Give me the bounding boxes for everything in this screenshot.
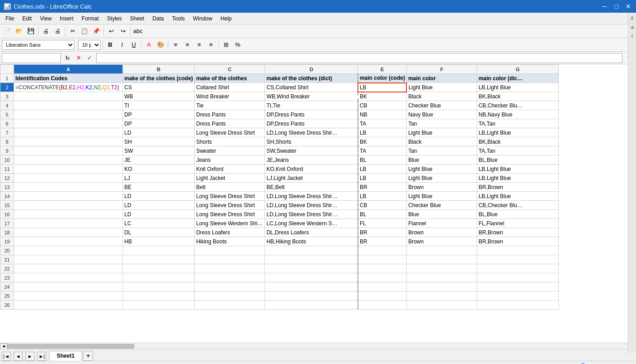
menu-item-data[interactable]: Data — [149, 15, 167, 23]
cell-r11c1[interactable] — [14, 165, 123, 174]
menu-item-view[interactable]: View — [36, 15, 55, 23]
row-header-17[interactable]: 17 — [0, 219, 14, 228]
scroll-left-button[interactable]: ◄ — [0, 343, 7, 349]
cell-r16c1[interactable] — [14, 210, 123, 219]
cell-r26c7[interactable] — [477, 301, 558, 310]
font-color-button[interactable]: A — [143, 39, 154, 50]
col-header-f[interactable]: F — [406, 65, 477, 74]
row-header-12[interactable]: 12 — [0, 174, 14, 183]
cell-r24c6[interactable] — [406, 282, 477, 291]
cell-r12c7[interactable]: LB,Light Blue — [477, 174, 558, 183]
bold-button[interactable]: B — [105, 39, 116, 50]
cell-r1c4[interactable]: make of the clothes (dict) — [265, 74, 358, 83]
cell-r4c3[interactable]: Tie — [195, 101, 265, 110]
cell-r20c7[interactable] — [477, 246, 558, 255]
cell-r1c5[interactable]: main color (code) — [358, 74, 407, 83]
open-button[interactable]: 📂 — [14, 26, 24, 37]
cell-r10c7[interactable]: BL,Blue — [477, 155, 558, 165]
cell-r24c1[interactable] — [14, 282, 123, 291]
cell-r4c4[interactable]: TI,Tie — [265, 101, 358, 110]
col-header-c[interactable]: C — [195, 65, 265, 74]
justify-button[interactable]: ≡ — [205, 39, 216, 50]
cell-r21c2[interactable] — [123, 255, 195, 264]
menu-item-tools[interactable]: Tools — [168, 15, 188, 23]
cell-r26c1[interactable] — [14, 301, 123, 310]
cell-r23c2[interactable] — [123, 273, 195, 282]
cell-r8c2[interactable]: SH — [123, 137, 195, 146]
row-header-21[interactable]: 21 — [0, 255, 14, 264]
cell-r21c4[interactable] — [265, 255, 358, 264]
cell-r25c4[interactable] — [265, 291, 358, 301]
cell-r22c4[interactable] — [265, 264, 358, 273]
cell-r3c5[interactable]: BK — [358, 92, 407, 101]
cell-r13c4[interactable]: BE,Belt — [265, 183, 358, 192]
formula-input[interactable]: =CONCATENATE(B2,E2,H2,K2,N2,Q2,T2) — [96, 53, 622, 63]
cell-r8c1[interactable] — [14, 137, 123, 146]
cell-r17c4[interactable]: LC,Long Sleeve Western S… — [265, 219, 358, 228]
cell-r6c6[interactable]: Tan — [406, 119, 477, 128]
cell-r20c1[interactable] — [14, 246, 123, 255]
cell-r22c7[interactable] — [477, 264, 558, 273]
cell-r10c2[interactable]: JE — [123, 155, 195, 165]
cell-r15c3[interactable]: Long Sleeve Dress Shirt — [195, 201, 265, 210]
cell-r13c6[interactable]: Brown — [406, 183, 477, 192]
cell-r17c1[interactable] — [14, 219, 123, 228]
cell-r13c5[interactable]: BR — [358, 183, 407, 192]
percent-button[interactable]: % — [232, 39, 243, 50]
cell-r3c6[interactable]: Black — [406, 92, 477, 101]
cell-r10c4[interactable]: JE,Jeans — [265, 155, 358, 165]
cell-r1c6[interactable]: main color — [406, 74, 477, 83]
cell-r12c1[interactable] — [14, 174, 123, 183]
cell-r8c6[interactable]: Black — [406, 137, 477, 146]
cell-r19c5[interactable]: BR — [358, 237, 407, 246]
cell-r3c2[interactable]: WB — [123, 92, 195, 101]
cell-r18c7[interactable]: BR,Brown — [477, 228, 558, 237]
row-header-20[interactable]: 20 — [0, 246, 14, 255]
cell-r18c5[interactable]: BR — [358, 228, 407, 237]
function-wizard-button[interactable]: fx — [63, 53, 73, 63]
cell-r9c6[interactable]: Tan — [406, 146, 477, 155]
cell-r17c2[interactable]: LC — [123, 219, 195, 228]
cell-r6c1[interactable] — [14, 119, 123, 128]
titlebar-controls[interactable]: ─ □ ✕ — [601, 2, 632, 10]
minimize-button[interactable]: ─ — [601, 2, 609, 10]
cell-r15c2[interactable]: LD — [123, 201, 195, 210]
sidebar-styles-button[interactable]: A — [629, 15, 636, 22]
cell-r7c6[interactable]: Light Blue — [406, 128, 477, 137]
cell-r25c5[interactable] — [358, 291, 407, 301]
save-button[interactable]: 💾 — [25, 26, 36, 37]
cell-r4c6[interactable]: Checker Blue — [406, 101, 477, 110]
row-header-25[interactable]: 25 — [0, 291, 14, 301]
menu-item-insert[interactable]: Insert — [56, 15, 77, 23]
cell-r26c6[interactable] — [406, 301, 477, 310]
cell-r7c7[interactable]: LB,Light Blue — [477, 128, 558, 137]
cell-r26c5[interactable] — [358, 301, 407, 310]
cell-r7c1[interactable] — [14, 128, 123, 137]
cell-r13c1[interactable] — [14, 183, 123, 192]
align-right-button[interactable]: ≡ — [194, 39, 205, 50]
cell-r6c7[interactable]: TA,Tan — [477, 119, 558, 128]
close-button[interactable]: ✕ — [624, 2, 632, 10]
print-preview-button[interactable]: 🖨 — [40, 26, 51, 37]
row-header-16[interactable]: 16 — [0, 210, 14, 219]
menu-item-file[interactable]: File — [2, 15, 18, 23]
spellcheck-button[interactable]: abc — [132, 26, 143, 37]
cell-r2c6[interactable]: Light Blue — [406, 83, 477, 92]
cell-r17c7[interactable]: FL,Flannel — [477, 219, 558, 228]
horizontal-scrollbar[interactable]: ◄ ► — [0, 343, 636, 349]
cell-r12c4[interactable]: LJ,Light Jacket — [265, 174, 358, 183]
name-box[interactable]: CONCATENATE — [2, 53, 61, 63]
sheet-scroll[interactable]: A B C D E F G 1Identification Codesmake … — [0, 64, 636, 343]
undo-button[interactable]: ↩ — [106, 26, 117, 37]
highlight-button[interactable]: 🎨 — [155, 39, 166, 50]
cell-r10c6[interactable]: Blue — [406, 155, 477, 165]
cell-r16c7[interactable]: BL,Blue — [477, 210, 558, 219]
cancel-formula-button[interactable]: ✕ — [73, 53, 83, 63]
cell-r17c5[interactable]: FL — [358, 219, 407, 228]
row-header-5[interactable]: 5 — [0, 110, 14, 119]
cell-r23c1[interactable] — [14, 273, 123, 282]
cell-r19c6[interactable]: Brown — [406, 237, 477, 246]
cell-r12c5[interactable]: LB — [358, 174, 407, 183]
cell-r1c1[interactable]: Identification Codes — [14, 74, 123, 83]
merge-button[interactable]: ⊞ — [220, 39, 231, 50]
